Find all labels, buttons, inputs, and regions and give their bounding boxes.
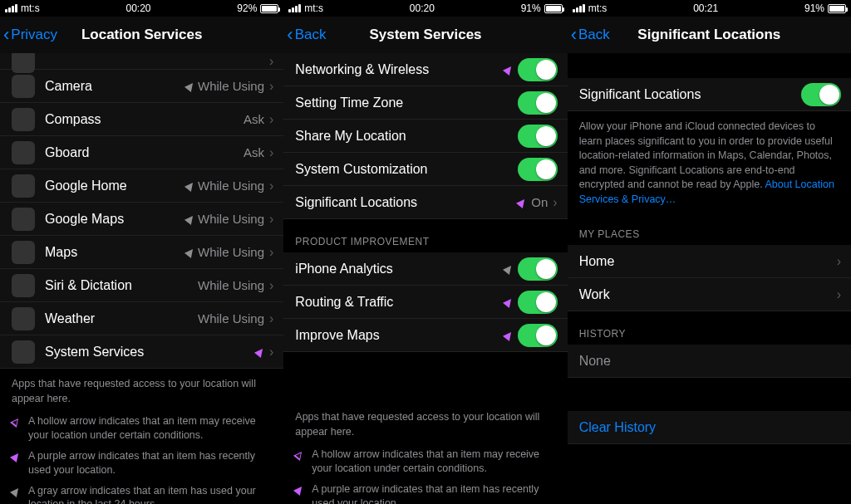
section-header-product-improvement: PRODUCT IMPROVEMENT <box>283 219 567 252</box>
app-permission-value: While Using <box>186 212 264 226</box>
legend-text: A gray arrow indicates that an item has … <box>28 484 272 505</box>
service-name: iPhone Analytics <box>295 262 504 276</box>
app-name: Google Home <box>45 179 186 193</box>
legend-text: A purple arrow indicates that an item ha… <box>312 482 555 504</box>
legend: A hollow arrow indicates that an item ma… <box>283 444 567 504</box>
status-time: 00:21 <box>693 2 718 14</box>
app-permission-value: Ask <box>243 145 264 159</box>
nav-bar: ‹ Back System Services <box>283 17 567 53</box>
app-name: Google Maps <box>45 212 186 227</box>
history-row: None <box>568 345 851 378</box>
app-icon <box>12 241 35 264</box>
location-arrow-icon <box>184 213 196 224</box>
service-row[interactable]: Share My Location <box>283 120 567 153</box>
status-bar: mt:s 00:20 92% <box>0 0 283 17</box>
toggle-switch[interactable] <box>518 91 558 115</box>
signal-icon <box>573 4 585 12</box>
footer-text: Apps that have requested access to your … <box>0 369 283 411</box>
toggle-switch[interactable] <box>518 158 558 181</box>
app-permission-value: While Using <box>186 79 264 93</box>
service-row[interactable]: Significant LocationsOn› <box>283 186 567 219</box>
service-row[interactable]: Networking & Wireless <box>283 53 567 86</box>
legend-item: A hollow arrow indicates that an item ma… <box>283 444 567 479</box>
location-arrow-icon <box>516 196 528 208</box>
back-button[interactable]: ‹ Back <box>287 26 326 44</box>
significant-locations-toggle-row[interactable]: Significant Locations <box>568 78 851 111</box>
back-label: Privacy <box>11 27 57 43</box>
service-name: Improve Maps <box>295 328 504 343</box>
service-name: Setting Time Zone <box>295 95 512 110</box>
location-arrow-icon <box>503 329 514 340</box>
app-row[interactable]: Maps While Using › <box>0 236 283 269</box>
place-row[interactable]: Home› <box>568 245 851 278</box>
service-row[interactable]: Improve Maps <box>283 319 567 352</box>
app-row[interactable]: › <box>0 53 283 70</box>
back-button[interactable]: ‹ Privacy <box>3 26 57 44</box>
apps-list: › Camera While Using › Compass Ask › Gbo… <box>0 53 283 369</box>
toggle-switch[interactable] <box>518 125 558 148</box>
chevron-left-icon: ‹ <box>287 26 293 44</box>
app-row[interactable]: Compass Ask › <box>0 103 283 136</box>
battery-percent: 91% <box>521 2 541 14</box>
battery-icon <box>260 4 278 13</box>
chevron-right-icon: › <box>264 212 273 227</box>
service-name: Networking & Wireless <box>295 62 504 77</box>
chevron-right-icon: › <box>264 245 273 260</box>
app-icon <box>12 141 35 164</box>
app-permission-value: While Using <box>198 311 264 325</box>
chevron-right-icon: › <box>264 311 273 326</box>
location-arrow-icon <box>10 485 22 497</box>
chevron-right-icon: › <box>264 112 273 127</box>
battery-percent: 92% <box>237 2 257 14</box>
service-row[interactable]: Routing & Traffic <box>283 286 567 319</box>
chevron-right-icon: › <box>264 79 273 94</box>
app-row[interactable]: Camera While Using › <box>0 70 283 103</box>
status-time: 00:20 <box>410 2 435 14</box>
carrier-label: mt:s <box>588 2 608 14</box>
back-label: Back <box>578 27 610 43</box>
app-name: Weather <box>45 311 198 326</box>
legend-item: A purple arrow indicates that an item ha… <box>0 446 283 481</box>
screen-location-services: mt:s 00:20 92% ‹ Privacy Location Servic… <box>0 0 283 504</box>
location-arrow-icon <box>10 451 22 462</box>
clear-history-button[interactable]: Clear History <box>568 411 851 444</box>
section-header-my-places: MY PLACES <box>568 212 851 245</box>
chevron-right-icon: › <box>832 254 841 269</box>
signal-icon <box>5 4 17 12</box>
clear-history-label: Clear History <box>579 420 841 435</box>
service-row[interactable]: System Customization <box>283 153 567 186</box>
legend: A hollow arrow indicates that an item ma… <box>0 411 283 504</box>
app-row[interactable]: Google Home While Using › <box>0 169 283 203</box>
row-label: Significant Locations <box>579 87 801 102</box>
battery-icon <box>544 4 563 13</box>
app-row[interactable]: System Services › <box>0 335 283 369</box>
service-row[interactable]: Setting Time Zone <box>283 86 567 120</box>
app-icon <box>12 307 35 330</box>
toggle-switch[interactable] <box>518 291 558 314</box>
app-icon <box>12 174 35 198</box>
toggle-switch[interactable] <box>518 257 558 281</box>
app-permission-value <box>256 348 264 356</box>
place-name: Work <box>579 287 832 302</box>
app-permission-value: While Using <box>186 179 264 193</box>
app-icon <box>12 208 35 231</box>
app-row[interactable]: Google Maps While Using › <box>0 203 283 236</box>
battery-percent: 91% <box>804 2 824 14</box>
app-row[interactable]: Gboard Ask › <box>0 136 283 169</box>
location-arrow-icon <box>184 246 196 257</box>
app-row[interactable]: Weather While Using › <box>0 302 283 335</box>
chevron-right-icon: › <box>264 278 273 293</box>
place-row[interactable]: Work› <box>568 278 851 311</box>
toggle-switch[interactable] <box>518 324 558 347</box>
carrier-label: mt:s <box>21 2 40 14</box>
back-button[interactable]: ‹ Back <box>571 26 610 44</box>
location-arrow-icon <box>503 296 514 307</box>
nav-bar: ‹ Back Significant Locations <box>568 17 851 53</box>
app-name: Maps <box>45 245 186 260</box>
app-row[interactable]: Siri & Dictation While Using › <box>0 269 283 302</box>
service-row[interactable]: iPhone Analytics <box>283 252 567 286</box>
service-value: On <box>531 195 548 209</box>
toggle-switch[interactable] <box>518 58 558 81</box>
toggle-switch[interactable] <box>801 83 841 106</box>
section-header-history: HISTORY <box>568 311 851 345</box>
